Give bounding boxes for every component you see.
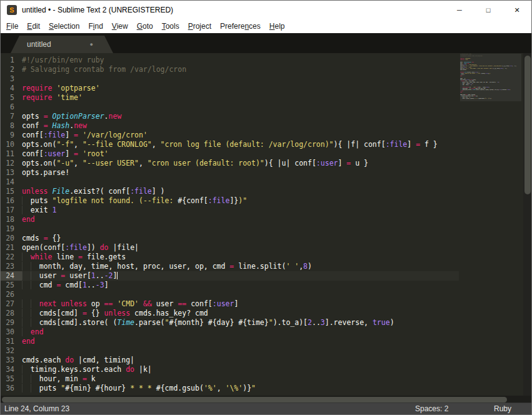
line-number: 18 [1,215,22,224]
title-bar: S untitled • - Sublime Text 2 (UNREGISTE… [1,1,531,19]
line-number: 1 [1,56,22,65]
line-number: 33 [1,356,22,365]
editor[interactable]: 1#!/usr/bin/env ruby2# Salvaging crontab… [1,53,531,396]
sublime-logo-icon: S [7,5,17,15]
line-number: 12 [1,159,22,168]
code-line[interactable]: 26 [1,290,459,299]
indent-settings-status[interactable]: Spaces: 2 [415,404,448,413]
code-line[interactable]: 1#!/usr/bin/env ruby [1,56,459,65]
line-number: 8 [1,121,22,131]
line-number: 19 [1,224,22,234]
line-number: 28 [1,309,22,318]
line-number: 34 [1,365,22,374]
line-number: 31 [1,337,22,346]
window-controls: ─□✕ [445,1,531,19]
code-line[interactable]: 27 next unless op == 'CMD' && user == co… [1,299,459,309]
code-line[interactable]: 36 puts "#{min} #{hour} * * * #{cmd.gsub… [1,384,459,393]
code-line[interactable]: 2# Salvaging crontab from /var/log/cron [1,65,459,74]
menu-view[interactable]: View [108,21,133,32]
horizontal-scrollbar-thumb[interactable] [2,397,507,402]
code-line[interactable]: 19 [1,224,459,234]
menu-preferences[interactable]: Preferences [216,21,265,32]
code-line[interactable]: 3 [1,74,459,84]
menu-help[interactable]: Help [265,21,289,32]
tab-untitled[interactable]: untitled ● [11,36,113,53]
line-number: 15 [1,187,22,196]
code-area[interactable]: 1#!/usr/bin/env ruby2# Salvaging crontab… [1,56,459,393]
line-number: 6 [1,102,22,112]
code-line[interactable]: 30 end [1,328,459,337]
code-line[interactable]: 14 [1,178,459,187]
code-line[interactable]: 8conf = Hash.new [1,121,459,131]
line-number: 29 [1,318,22,328]
code-line[interactable]: 31end [1,337,459,346]
line-number: 35 [1,374,22,384]
code-line[interactable]: 7opts = OptionParser.new [1,112,459,121]
syntax-status[interactable]: Ruby [494,404,511,413]
code-line[interactable]: 35 hour, min = k [1,374,459,384]
code-line[interactable]: 6 [1,102,459,112]
code-line[interactable]: 9conf[:file] = '/var/log/cron' [1,131,459,140]
line-number: 4 [1,84,22,93]
code-line[interactable]: 4require 'optparse' [1,84,459,93]
close-button[interactable]: ✕ [503,1,531,19]
code-line[interactable]: 33cmds.each do |cmd, timing| [1,356,459,365]
code-line[interactable]: 32 [1,346,459,356]
line-number: 2 [1,65,22,74]
code-line[interactable]: 17 exit 1 [1,206,459,215]
window-title: untitled • - Sublime Text 2 (UNREGISTERE… [22,6,173,14]
code-line[interactable]: 23 month, day, time, host, proc, user, o… [1,262,459,271]
code-line[interactable]: 18end [1,215,459,224]
menu-project[interactable]: Project [184,21,216,32]
line-number: 26 [1,290,22,299]
code-line[interactable]: 22 while line = file.gets [1,252,459,262]
line-number: 16 [1,196,22,206]
line-number: 9 [1,131,22,140]
line-number: 22 [1,252,22,262]
vertical-scrollbar[interactable] [523,53,532,396]
menu-file[interactable]: File [2,21,23,32]
line-number: 5 [1,93,22,102]
cursor-position-status: Line 24, Column 23 [4,404,69,413]
line-number: 10 [1,140,22,149]
line-number: 13 [1,168,22,178]
sublime-text-window: S untitled • - Sublime Text 2 (UNREGISTE… [0,0,532,415]
code-line[interactable]: 5require 'time' [1,93,459,102]
line-number: 14 [1,178,22,187]
tab-label: untitled [27,40,51,49]
line-number: 23 [1,262,22,271]
line-number: 3 [1,74,22,84]
line-number: 7 [1,112,22,121]
menu-tools[interactable]: Tools [158,21,184,32]
code-line[interactable]: 24 user = user[1..-2] [1,271,459,281]
line-number: 25 [1,281,22,290]
minimap-viewport[interactable] [460,54,521,101]
code-line[interactable]: 12opts.on("-u", "--user USER", "cron use… [1,159,459,168]
line-number: 17 [1,206,22,215]
code-line[interactable]: 16 puts "logfile not found. (--file: #{c… [1,196,459,206]
line-number: 32 [1,346,22,356]
menu-edit[interactable]: Edit [23,21,44,32]
menu-goto[interactable]: Goto [133,21,158,32]
code-line[interactable]: 29 cmds[cmd].store( (Time.parse("#{month… [1,318,459,328]
minimap[interactable]: #!/usr/bin/env ruby# Salvaging crontab f… [460,54,521,395]
code-line[interactable]: 13opts.parse! [1,168,459,178]
code-line[interactable]: 21open(conf[:file]) do |file| [1,243,459,252]
code-line[interactable]: 11conf[:user] = 'root' [1,149,459,159]
text-cursor [117,272,118,279]
line-number: 21 [1,243,22,252]
maximize-button[interactable]: □ [474,1,503,19]
line-number: 27 [1,299,22,309]
code-line[interactable]: 20cmds = {} [1,234,459,243]
code-line[interactable]: 28 cmds[cmd] = {} unless cmds.has_key? c… [1,309,459,318]
code-line[interactable]: 34 timing.keys.sort.each do |k| [1,365,459,374]
modified-indicator-icon: ● [90,41,93,48]
code-line[interactable]: 15unless File.exist?( conf[:file] ) [1,187,459,196]
line-number: 20 [1,234,22,243]
minimize-button[interactable]: ─ [445,1,474,19]
code-line[interactable]: 25 cmd = cmd[1..-3] [1,281,459,290]
vertical-scrollbar-thumb[interactable] [524,56,531,194]
menu-find[interactable]: Find [84,21,107,32]
code-line[interactable]: 10opts.on("-f", "--file CRONLOG", "cron … [1,140,459,149]
menu-selection[interactable]: Selection [44,21,84,32]
